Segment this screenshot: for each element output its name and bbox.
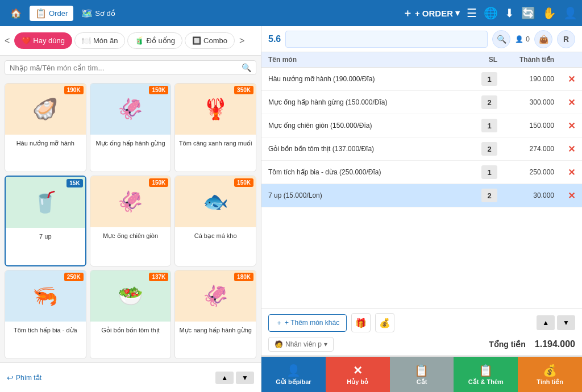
customer-count: 0 bbox=[526, 35, 530, 43]
pay-button[interactable]: 💰 Tính tiền bbox=[518, 357, 582, 392]
order-label: Order bbox=[49, 9, 68, 18]
tab-hay-dung[interactable]: ❤️ Hay dùng bbox=[14, 32, 72, 49]
food-emoji: 🐟 bbox=[203, 190, 228, 214]
tab-combo-label: Combo bbox=[203, 36, 227, 45]
food-item-5[interactable]: 🦑 150K Mực ống chiên giòn bbox=[90, 176, 172, 266]
food-item-8[interactable]: 🥗 137K Gỏi bồn bồn tôm thịt bbox=[90, 270, 172, 359]
download-button[interactable]: ⬇ bbox=[505, 6, 514, 20]
up-down-buttons: ▲ ▼ bbox=[537, 315, 575, 330]
table-row: Mực ống chiên giòn (150.000/Đĩa) 1 150.0… bbox=[261, 114, 582, 137]
plus-icon: ＋ bbox=[276, 318, 282, 328]
food-emoji: 🦐 bbox=[32, 284, 58, 308]
staff-icon: 🧑 bbox=[275, 340, 283, 348]
food-item-7[interactable]: 🦐 250K Tôm tích hấp bia - dừa bbox=[5, 270, 86, 359]
sodo-tab-button[interactable]: 🗺️ Sơ đồ bbox=[76, 6, 121, 21]
tab-do-uong[interactable]: 🧃 Đồ uống bbox=[127, 32, 182, 49]
food-item-4[interactable]: 🥤 15K 7 up bbox=[5, 176, 86, 266]
food-price-badge: 150K bbox=[149, 86, 168, 94]
food-emoji: 🥤 bbox=[32, 190, 58, 214]
food-item-1[interactable]: 🦪 190K Hàu nướng mỡ hành bbox=[5, 83, 86, 172]
shortcut-label: Phím tắt bbox=[16, 374, 41, 382]
order-search-box[interactable] bbox=[285, 31, 488, 48]
hand-button[interactable]: ✋ bbox=[542, 6, 556, 20]
menu-button[interactable]: ☰ bbox=[467, 6, 477, 20]
cut-add-button[interactable]: 📋 Cắt & Thêm bbox=[454, 357, 518, 392]
remove-item-button[interactable]: ✕ bbox=[568, 120, 575, 131]
item-qty: 1 bbox=[475, 114, 504, 137]
tab-combo[interactable]: 🔲 Combo bbox=[185, 32, 235, 49]
item-amount: 300.000 bbox=[504, 91, 561, 114]
food-name: Mực ống chiên giòn bbox=[90, 227, 171, 244]
food-image: 🦑 150K bbox=[90, 84, 171, 135]
search-input[interactable] bbox=[10, 64, 239, 72]
remove-item-button[interactable]: ✕ bbox=[568, 190, 575, 201]
cancel-icon: ✕ bbox=[353, 364, 363, 377]
add-order-button[interactable]: ＋ + ORDER ▾ bbox=[398, 4, 464, 22]
food-item-2[interactable]: 🦑 150K Mực ống hấp hành gừng bbox=[90, 83, 172, 172]
action-buttons: 👤 Gửi bếp/bar ✕ Hủy bỏ 📋 Cắt 📋 Cắt & Thê… bbox=[261, 356, 582, 392]
remove-item-button[interactable]: ✕ bbox=[568, 74, 575, 85]
cancel-button[interactable]: ✕ Hủy bỏ bbox=[326, 357, 390, 392]
item-name: 7 up (15.000/Lon) bbox=[261, 184, 475, 207]
send-button[interactable]: 👤 Gửi bếp/bar bbox=[261, 357, 326, 392]
home-button[interactable]: 🏠 bbox=[5, 6, 27, 21]
next-category-button[interactable]: > bbox=[237, 34, 247, 48]
food-name: 7 up bbox=[6, 228, 85, 245]
customer-badge: 👤 0 bbox=[515, 35, 530, 43]
up-button[interactable]: ▲ bbox=[215, 372, 234, 384]
tab-mon-an[interactable]: 🍽️ Món ăn bbox=[74, 32, 125, 49]
dropdown-arrow-icon: ▾ bbox=[324, 340, 327, 348]
dropdown-icon: ▾ bbox=[455, 8, 460, 18]
food-name: Gỏi bồn bồn tôm thịt bbox=[90, 322, 171, 339]
remove-item-button[interactable]: ✕ bbox=[568, 167, 575, 178]
food-image: 🥗 137K bbox=[90, 270, 171, 322]
food-item-9[interactable]: 🦑 180K Mực nang hấp hành gừng bbox=[174, 270, 256, 359]
cancel-label: Hủy bỏ bbox=[347, 378, 368, 386]
search-order-button[interactable]: 🔍 bbox=[492, 30, 510, 48]
food-price-badge: 150K bbox=[234, 178, 253, 187]
staff-select[interactable]: 🧑 Nhân viên p ▾ bbox=[268, 337, 334, 352]
remove-item-button[interactable]: ✕ bbox=[568, 97, 575, 108]
food-emoji: 🥗 bbox=[118, 284, 143, 308]
r-button[interactable]: R bbox=[557, 30, 575, 48]
item-remove-cell: ✕ bbox=[561, 137, 582, 161]
down-order-button[interactable]: ▼ bbox=[557, 315, 575, 330]
down-button[interactable]: ▼ bbox=[236, 372, 254, 384]
food-price-badge: 15K bbox=[66, 179, 82, 187]
bag-button[interactable]: 👜 bbox=[534, 30, 552, 48]
item-qty: 2 bbox=[475, 91, 504, 114]
tab-mon-an-label: Món ăn bbox=[93, 36, 118, 45]
food-item-3[interactable]: 🦞 350K Tôm càng xanh rang muối bbox=[174, 83, 256, 172]
prev-category-button[interactable]: < bbox=[2, 34, 12, 48]
order-tab-button[interactable]: 📋 Order bbox=[30, 6, 73, 21]
profile-button[interactable]: 👤 bbox=[563, 6, 577, 20]
food-price-badge: 190K bbox=[64, 86, 84, 94]
heart-icon: ❤️ bbox=[22, 36, 31, 45]
globe-button[interactable]: 🌐 bbox=[484, 6, 498, 20]
cut-label: Cắt bbox=[417, 378, 427, 386]
up-order-button[interactable]: ▲ bbox=[537, 315, 555, 330]
shortcut-button[interactable]: ↩ Phím tắt bbox=[7, 373, 41, 382]
food-item-6[interactable]: 🐟 150K Cá bạc má kho bbox=[174, 176, 256, 266]
order-footer-actions: ＋ + Thêm món khác 🎁 💰 ▲ ▼ bbox=[261, 308, 582, 337]
item-name: Mực ống hấp hành gừng (150.000/Đĩa) bbox=[261, 91, 475, 114]
food-name: Mực nang hấp hành gừng bbox=[175, 322, 256, 339]
add-more-button[interactable]: ＋ + Thêm món khác bbox=[268, 314, 347, 332]
table-row: 7 up (15.000/Lon) 2 30.000 ✕ bbox=[261, 184, 582, 207]
tab-hay-dung-label: Hay dùng bbox=[33, 36, 65, 45]
gift-button[interactable]: 🎁 bbox=[351, 313, 371, 332]
table-row: Gỏi bồn bồn tôm thịt (137.000/Đĩa) 2 274… bbox=[261, 137, 582, 161]
discount-button[interactable]: 💰 bbox=[375, 313, 394, 332]
table-row: Tôm tích hấp bia - dừa (250.000/Đĩa) 1 2… bbox=[261, 161, 582, 184]
remove-item-button[interactable]: ✕ bbox=[568, 144, 575, 155]
cut-button[interactable]: 📋 Cắt bbox=[390, 357, 454, 392]
col-name: Tên món bbox=[261, 52, 475, 68]
refresh-button[interactable]: 🔄 bbox=[521, 6, 535, 20]
item-qty: 2 bbox=[475, 137, 504, 161]
left-bottom: ↩ Phím tắt ▲ ▼ bbox=[0, 362, 261, 392]
shortcut-icon: ↩ bbox=[7, 373, 14, 382]
order-icon: 📋 bbox=[35, 8, 47, 19]
food-image: 🦪 190K bbox=[5, 84, 86, 135]
food-grid: 🦪 190K Hàu nướng mỡ hành 🦑 150K Mực ống … bbox=[0, 80, 261, 362]
search-icon: 🔍 bbox=[242, 63, 251, 72]
